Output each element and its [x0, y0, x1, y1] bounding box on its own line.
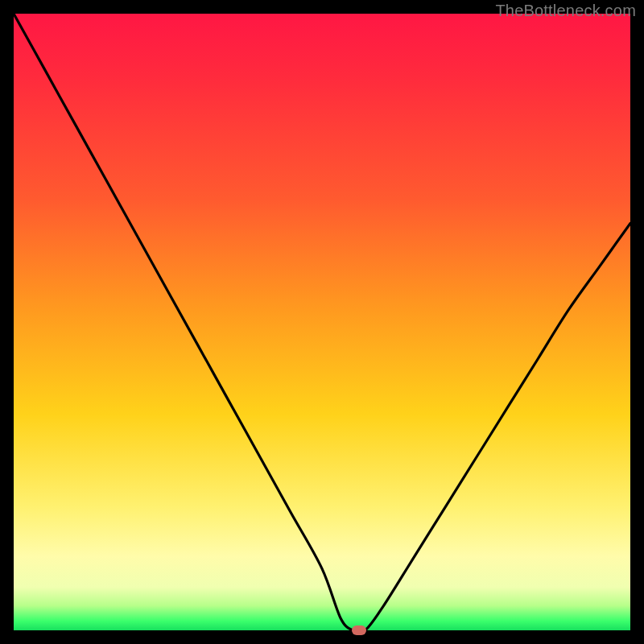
- optimum-marker: [352, 625, 366, 635]
- chart-frame: TheBottleneck.com: [0, 0, 644, 644]
- bottleneck-curve: [14, 14, 630, 630]
- watermark-text: TheBottleneck.com: [495, 2, 636, 20]
- plot-area: [14, 14, 630, 630]
- curve-path: [14, 14, 630, 630]
